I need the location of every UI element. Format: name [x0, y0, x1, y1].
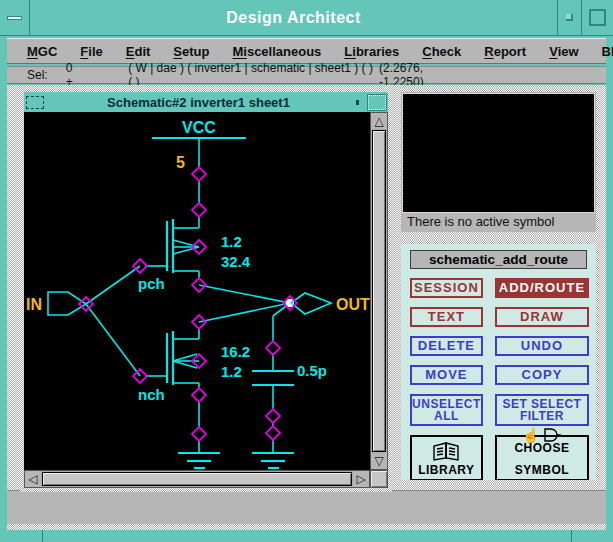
pointing-hand-icon: ☝	[522, 428, 540, 442]
inverter-schematic: VCC 5 1.2 32.4 pch 16.2 1.2 nch 0.5p IN …	[24, 112, 370, 470]
palette-window: schematic_add_route SESSION ADD/ROUTE TE…	[397, 240, 600, 484]
palette-title: schematic_add_route	[410, 250, 587, 269]
menu-mgc[interactable]: MGC	[27, 44, 57, 59]
input-wires[interactable]	[86, 266, 140, 376]
menu-file[interactable]: File	[80, 44, 102, 59]
active-symbol-panel: There is no active symbol	[397, 88, 600, 236]
restore-button[interactable]	[557, 0, 581, 35]
vcc-supply[interactable]	[152, 138, 246, 167]
no-active-symbol-message: There is no active symbol	[401, 214, 596, 232]
minimize-button[interactable]	[0, 0, 30, 35]
move-button[interactable]: MOVE	[410, 365, 483, 385]
vertical-scroll-thumb[interactable]	[372, 130, 386, 452]
copy-button[interactable]: COPY	[495, 365, 589, 385]
nch-top-value: 16.2	[221, 343, 250, 360]
pin-diamonds	[79, 167, 297, 441]
window-title: Design Architect	[30, 0, 557, 35]
open-book-icon	[431, 439, 461, 465]
scrollbar-corner	[370, 470, 388, 488]
ground-symbol-left[interactable]	[178, 402, 220, 468]
status-bar: Sel: 0 + ( W | dae ) ( inverter1 | schem…	[7, 66, 606, 84]
schematic-titlebar[interactable]: Schematic#2 inverter1 sheet1	[24, 92, 388, 112]
add-route-button[interactable]: ADD/ROUTE	[495, 278, 589, 298]
scroll-down-icon[interactable]: ▽	[371, 453, 387, 469]
nch-name-label: nch	[138, 386, 165, 403]
menu-libraries[interactable]: Libraries	[344, 44, 399, 59]
undo-button[interactable]: UNDO	[495, 336, 589, 356]
scroll-left-icon[interactable]: ◁	[25, 471, 41, 487]
choose-symbol-button[interactable]: ☝ CHOOSE SYMBOL	[495, 435, 589, 480]
menu-edit[interactable]: Edit	[126, 44, 151, 59]
message-area	[7, 490, 606, 524]
menu-check[interactable]: Check	[422, 44, 461, 59]
selection-label: Sel:	[27, 68, 48, 82]
minimize-icon	[7, 16, 22, 20]
window-titlebar: Design Architect	[0, 0, 613, 36]
restore-icon	[356, 100, 359, 105]
pch-bottom-value: 32.4	[221, 253, 251, 270]
frame-joint	[571, 530, 572, 542]
vertical-scrollbar[interactable]: △ ▽	[370, 112, 388, 470]
output-wires[interactable]	[199, 285, 290, 341]
menu-blocks[interactable]: Blocks	[602, 44, 613, 59]
draw-button[interactable]: DRAW	[495, 307, 589, 327]
menu-miscellaneous[interactable]: Miscellaneous	[232, 44, 321, 59]
capacitor[interactable]	[252, 353, 294, 409]
ground-symbol-right[interactable]	[252, 423, 294, 468]
scroll-up-icon[interactable]: △	[371, 113, 387, 129]
maximize-icon	[589, 9, 606, 26]
horizontal-scrollbar[interactable]: ◁ ▷	[24, 470, 370, 488]
maximize-button[interactable]	[581, 0, 613, 35]
set-select-filter-button[interactable]: SET SELECT FILTER	[495, 394, 589, 426]
symbol-preview	[402, 93, 595, 213]
scroll-right-icon[interactable]: ▷	[353, 471, 369, 487]
capacitor-value: 0.5p	[297, 362, 327, 379]
library-button[interactable]: LIBRARY	[410, 435, 483, 480]
pch-transistor[interactable]	[145, 217, 199, 278]
out-port[interactable]	[286, 293, 331, 314]
frame-joint	[42, 530, 43, 542]
vcc-label: VCC	[182, 119, 216, 136]
horizontal-scroll-thumb[interactable]	[42, 472, 352, 486]
in-port-label: IN	[26, 296, 42, 313]
menu-view[interactable]: View	[549, 44, 578, 59]
nch-transistor[interactable]	[145, 329, 199, 388]
unselect-all-button[interactable]: UNSELECT ALL	[410, 394, 483, 426]
text-button[interactable]: TEXT	[410, 307, 483, 327]
vcc-value-label: 5	[176, 154, 185, 171]
nch-bottom-value: 1.2	[221, 363, 242, 380]
restore-icon	[566, 14, 573, 21]
pch-name-label: pch	[138, 275, 165, 292]
pch-top-value: 1.2	[221, 233, 242, 250]
schematic-canvas[interactable]: VCC 5 1.2 32.4 pch 16.2 1.2 nch 0.5p IN …	[24, 112, 370, 470]
schematic-restore-button[interactable]	[350, 95, 364, 110]
menu-setup[interactable]: Setup	[173, 44, 209, 59]
out-port-label: OUT	[336, 296, 370, 313]
schematic-title: Schematic#2 inverter1 sheet1	[47, 95, 350, 110]
session-work-area: Schematic#2 inverter1 sheet1	[7, 85, 606, 530]
schematic-window: Schematic#2 inverter1 sheet1	[20, 88, 392, 492]
design-architect-window: { "window": { "title": "Design Architect…	[0, 0, 613, 542]
delete-button[interactable]: DELETE	[410, 336, 483, 356]
session-button[interactable]: SESSION	[410, 278, 483, 298]
window-menu-icon[interactable]	[26, 96, 44, 109]
schematic-maximize-button[interactable]	[368, 95, 386, 110]
menu-report[interactable]: Report	[484, 44, 526, 59]
